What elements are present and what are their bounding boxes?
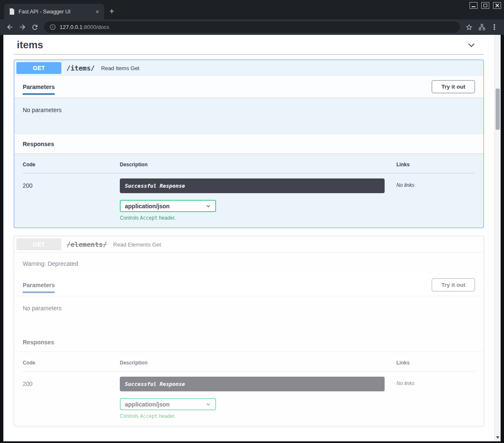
window-controls: [470, 2, 501, 9]
minimize-icon: [472, 6, 475, 7]
parameters-label: Parameters: [23, 282, 55, 288]
response-row: 200 Successful Response application/json…: [23, 372, 475, 419]
responses-table: Code Description Links 200 Successful Re…: [14, 153, 483, 228]
forward-button[interactable]: [16, 21, 29, 34]
tab-parameters[interactable]: Parameters: [23, 84, 55, 90]
column-header-code: Code: [23, 360, 120, 366]
parameters-body: No parameters: [14, 97, 483, 134]
section-title: items: [17, 39, 43, 51]
scrollbar-down-button[interactable]: [495, 435, 501, 440]
sitemap-button[interactable]: [475, 21, 488, 34]
try-it-out-button[interactable]: Try it out: [432, 80, 475, 93]
reload-icon: [31, 24, 39, 31]
parameters-body: No parameters: [14, 296, 483, 333]
response-description-bar: Successful Response: [120, 377, 385, 391]
kebab-menu-icon: ⋮: [491, 23, 498, 31]
browser-tab[interactable]: Fast API - Swagger UI ×: [4, 4, 104, 19]
star-icon: [465, 24, 473, 31]
url-path-text: :8000/docs: [82, 24, 109, 30]
swagger-page: items GET /items/ Read Items Get Paramet…: [3, 35, 494, 441]
reload-button[interactable]: [29, 21, 41, 34]
parameters-header: Parameters Try it out: [14, 274, 483, 296]
nav-bar: 127.0.0.1:8000/docs ⋮: [0, 19, 504, 35]
content-frame: items GET /items/ Read Items Get Paramet…: [0, 35, 504, 443]
browser-menu-button[interactable]: ⋮: [488, 21, 501, 34]
parameters-label: Parameters: [23, 84, 55, 90]
minimize-button[interactable]: [470, 2, 478, 9]
sitemap-icon: [478, 24, 486, 31]
media-type-value: application/json: [125, 203, 170, 210]
responses-table: Code Description Links 200 Successful Re…: [14, 351, 483, 426]
column-header-description: Description: [120, 360, 396, 366]
browser-window: Fast API - Swagger UI × + 127.0.0.1:8000…: [0, 0, 504, 443]
scrollbar-thumb[interactable]: [496, 89, 500, 130]
maximize-button[interactable]: [481, 2, 489, 9]
no-parameters-text: No parameters: [23, 107, 62, 113]
response-links: No links: [396, 377, 475, 419]
responses-title: Responses: [23, 141, 54, 147]
column-header-links: Links: [396, 360, 475, 366]
tab-close-icon[interactable]: ×: [94, 8, 101, 15]
column-header-code: Code: [23, 162, 120, 168]
try-it-out-button[interactable]: Try it out: [432, 278, 475, 291]
accept-header-note: Controls Accept header.: [120, 215, 385, 221]
accept-code: Accept: [140, 413, 158, 419]
forward-icon: [18, 23, 26, 31]
opblock-get-elements: GET /elements/ Read Elements Get Warning…: [14, 236, 484, 426]
select-chevron-icon: [206, 401, 211, 407]
response-description-bar: Successful Response: [120, 178, 385, 193]
endpoint-summary: Read Items Get: [101, 65, 139, 71]
column-header-description: Description: [120, 162, 396, 168]
column-header-links: Links: [396, 162, 475, 168]
accept-code: Accept: [140, 215, 158, 221]
response-row: 200 Successful Response application/json…: [23, 173, 475, 221]
parameters-header: Parameters Try it out: [14, 76, 483, 97]
scrollbar[interactable]: [494, 35, 501, 441]
title-bar: Fast API - Swagger UI × +: [0, 0, 504, 19]
scroll-down-arrow-icon: [496, 436, 499, 439]
method-badge: GET: [16, 239, 61, 250]
deprecated-warning: Warning: Deprecated: [14, 253, 483, 274]
section-items-header[interactable]: items: [14, 35, 484, 54]
chevron-down-icon[interactable]: [467, 40, 476, 50]
endpoint-path: /elements/: [66, 241, 107, 249]
page-favicon-icon: [9, 8, 15, 15]
media-type-select[interactable]: application/json: [120, 398, 216, 410]
url-text: 127.0.0.1: [60, 24, 82, 30]
back-icon: [6, 23, 14, 31]
responses-title: Responses: [23, 339, 54, 346]
accept-header-note: Controls Accept header.: [120, 413, 385, 419]
close-button[interactable]: [493, 2, 501, 9]
opblock-get-items: GET /items/ Read Items Get Parameters Tr…: [14, 60, 484, 228]
opblock-summary[interactable]: GET /elements/ Read Elements Get: [14, 236, 483, 253]
section-divider: [14, 54, 484, 55]
page-content: items GET /items/ Read Items Get Paramet…: [3, 35, 501, 441]
response-code: 200: [23, 377, 120, 419]
media-type-value: application/json: [125, 401, 170, 408]
new-tab-button[interactable]: +: [104, 4, 119, 19]
responses-header: Responses: [14, 134, 483, 153]
endpoint-summary: Read Elements Get: [113, 241, 161, 248]
opblock-summary[interactable]: GET /items/ Read Items Get: [14, 60, 483, 76]
address-bar[interactable]: 127.0.0.1:8000/docs: [44, 21, 460, 33]
method-badge: GET: [16, 62, 61, 74]
media-type-select[interactable]: application/json: [120, 200, 216, 212]
site-info-icon[interactable]: [50, 24, 56, 30]
maximize-icon: [483, 4, 487, 7]
endpoint-path: /items/: [66, 64, 95, 72]
response-code: 200: [23, 178, 120, 221]
tab-title: Fast API - Swagger UI: [18, 9, 94, 15]
bookmark-star-button[interactable]: [463, 21, 475, 34]
back-button[interactable]: [3, 21, 16, 34]
response-links: No links: [396, 178, 475, 221]
no-parameters-text: No parameters: [23, 305, 62, 312]
select-chevron-icon: [206, 203, 211, 209]
tab-parameters[interactable]: Parameters: [23, 282, 55, 288]
responses-header: Responses: [14, 333, 483, 351]
